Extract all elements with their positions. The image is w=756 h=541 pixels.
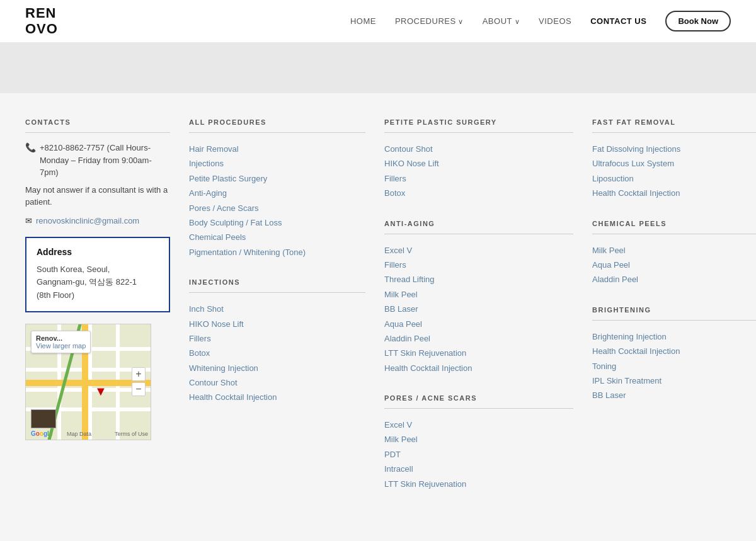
contacts-column: CONTACTS 📞 +8210-8862-7757 (Call Hours-M… [25, 118, 170, 510]
ffr-ultrafocus[interactable]: Ultrafocus Lux System [592, 156, 756, 171]
nav-home[interactable]: HOME [350, 16, 376, 26]
br-toning[interactable]: Toning [592, 359, 756, 373]
ffr-liposuction[interactable]: Liposuction [592, 171, 756, 186]
contacts-divider [25, 132, 170, 133]
fast-fat-divider [592, 132, 756, 133]
map-pin [94, 384, 107, 399]
proc-petite-plastic[interactable]: Petite Plastic Surgery [189, 171, 365, 186]
email-link[interactable]: renovoskinclinic@gmail.com [36, 216, 139, 225]
aa-fillers[interactable]: Fillers [384, 258, 573, 272]
pas-ltt-skin[interactable]: LTT Skin Rejuvenation [384, 477, 573, 491]
chemical-peels-section: CHEMICAL PEELS Milk Peel Aqua Peel Aladd… [592, 220, 756, 287]
inj-whitening[interactable]: Whitening Injection [189, 361, 365, 375]
all-procedures-column: ALL PROCEDURES Hair Removal Injections P… [189, 118, 365, 510]
anti-aging-heading: ANTI-AGING [384, 220, 573, 227]
address-box: Address South Korea, Seoul, Gangnam-gu, … [25, 237, 170, 312]
inj-botox[interactable]: Botox [189, 346, 365, 360]
proc-anti-aging[interactable]: Anti-Aging [189, 186, 365, 200]
pas-milk-peel[interactable]: Milk Peel [384, 432, 573, 447]
header: REN OVO HOME PROCEDURES ABOUT VIDEOS CON… [0, 0, 756, 43]
view-larger-map-link[interactable]: View larger map [36, 342, 86, 350]
aa-aladdin-peel[interactable]: Aladdin Peel [384, 331, 573, 346]
cp-aqua-peel[interactable]: Aqua Peel [592, 258, 756, 272]
inj-hiko-nose[interactable]: HIKO Nose Lift [189, 317, 365, 331]
email-row: ✉ renovoskinclinic@gmail.com [25, 216, 170, 225]
all-procedures-list: Hair Removal Injections Petite Plastic S… [189, 142, 365, 259]
pps-botox[interactable]: Botox [384, 186, 573, 200]
petite-plastic-heading: PETITE PLASTIC SURGERY [384, 118, 573, 126]
contact-note: May not answer if a consultant is with a… [25, 184, 170, 208]
proc-pigmentation[interactable]: Pigmentation / Whitening (Tone) [189, 245, 365, 259]
map-terms: Terms of Use [115, 431, 148, 437]
aa-excel-v[interactable]: Excel V [384, 243, 573, 258]
map-controls: + − [132, 367, 146, 396]
pps-hiko-nose[interactable]: HIKO Nose Lift [384, 156, 573, 171]
proc-pores-acne[interactable]: Pores / Acne Scars [189, 201, 365, 215]
proc-hair-removal[interactable]: Hair Removal [189, 142, 365, 156]
brightening-section: BRIGHTENING Brightening Injection Health… [592, 306, 756, 403]
nav-procedures[interactable]: PROCEDURES [395, 16, 464, 26]
pas-intracell[interactable]: Intracell [384, 462, 573, 476]
cp-aladdin-peel[interactable]: Aladdin Peel [592, 272, 756, 287]
phone-row: 📞 +8210-8862-7757 (Call Hours-Monday – F… [25, 142, 170, 179]
ffr-fat-dissolving[interactable]: Fat Dissolving Injections [592, 142, 756, 156]
inj-health-cocktail[interactable]: Health Cocktail Injection [189, 390, 365, 404]
chemical-peels-divider [592, 234, 756, 234]
map-satellite-thumbnail[interactable] [31, 409, 56, 428]
main-content: CONTACTS 📞 +8210-8862-7757 (Call Hours-M… [0, 93, 756, 541]
header-divider [0, 43, 756, 93]
aa-bb-laser[interactable]: BB Laser [384, 302, 573, 316]
br-brightening-injection[interactable]: Brightening Injection [592, 329, 756, 344]
phone-text: +8210-8862-7757 (Call Hours-Monday – Fri… [40, 142, 170, 179]
proc-body-sculpting[interactable]: Body Sculpting / Fat Loss [189, 215, 365, 230]
proc-chemical-peels[interactable]: Chemical Peels [189, 230, 365, 244]
br-bb-laser[interactable]: BB Laser [592, 388, 756, 402]
map-data-label: Map Data [67, 431, 91, 437]
fast-fat-heading: FAST FAT REMOVAL [592, 118, 756, 126]
pas-excel-v[interactable]: Excel V [384, 418, 573, 432]
pas-pdt[interactable]: PDT [384, 447, 573, 462]
address-title: Address [37, 247, 159, 257]
chemical-peels-heading: CHEMICAL PEELS [592, 220, 756, 227]
nav-contact-us[interactable]: CONTACT US [590, 16, 646, 26]
map-zoom-out-button[interactable]: − [132, 382, 146, 396]
pps-fillers[interactable]: Fillers [384, 171, 573, 186]
address-text: South Korea, Seoul, Gangnam-gu, 역삼동 822-… [37, 263, 159, 302]
aa-ltt-skin[interactable]: LTT Skin Rejuvenation [384, 346, 573, 360]
aa-milk-peel[interactable]: Milk Peel [384, 287, 573, 302]
map-background: Renov... View larger map + − Google Map … [26, 324, 151, 440]
anti-aging-divider [384, 234, 573, 234]
brightening-heading: BRIGHTENING [592, 306, 756, 314]
map-popup: Renov... View larger map [31, 331, 91, 353]
pps-contour-shot[interactable]: Contour Shot [384, 142, 573, 156]
injections-divider [189, 292, 365, 293]
aa-thread-lifting[interactable]: Thread Lifting [384, 272, 573, 287]
all-procedures-heading: ALL PROCEDURES [189, 118, 365, 126]
contacts-heading: CONTACTS [25, 118, 170, 126]
book-now-button[interactable]: Book Now [665, 11, 731, 31]
cp-milk-peel[interactable]: Milk Peel [592, 243, 756, 258]
aa-aqua-peel[interactable]: Aqua Peel [384, 317, 573, 331]
ffr-health-cocktail[interactable]: Health Cocktail Injection [592, 186, 756, 200]
aa-health-cocktail[interactable]: Health Cocktail Injection [384, 361, 573, 375]
brightening-divider [592, 320, 756, 321]
email-icon: ✉ [25, 216, 32, 225]
map-container: Renov... View larger map + − Google Map … [25, 324, 151, 440]
petite-plastic-section: PETITE PLASTIC SURGERY Contour Shot HIKO… [384, 118, 573, 201]
petite-plastic-divider [384, 132, 573, 133]
pores-acne-heading: PORES / ACNE SCARS [384, 394, 573, 402]
inj-fillers[interactable]: Fillers [189, 331, 365, 346]
nav-about[interactable]: ABOUT [483, 16, 520, 26]
inj-contour-shot[interactable]: Contour Shot [189, 375, 365, 390]
map-zoom-in-button[interactable]: + [132, 367, 146, 381]
pores-acne-section: PORES / ACNE SCARS Excel V Milk Peel PDT… [384, 394, 573, 491]
inj-inch-shot[interactable]: Inch Shot [189, 302, 365, 316]
br-ipl-skin[interactable]: IPL Skin Treatment [592, 373, 756, 388]
pores-acne-divider [384, 408, 573, 409]
proc-injections[interactable]: Injections [189, 156, 365, 171]
logo[interactable]: REN OVO [25, 6, 58, 36]
nav-videos[interactable]: VIDEOS [539, 16, 571, 26]
injections-section: INJECTIONS Inch Shot HIKO Nose Lift Fill… [189, 278, 365, 405]
br-health-cocktail[interactable]: Health Cocktail Injection [592, 344, 756, 358]
map-popup-title: Renov... [36, 334, 86, 342]
